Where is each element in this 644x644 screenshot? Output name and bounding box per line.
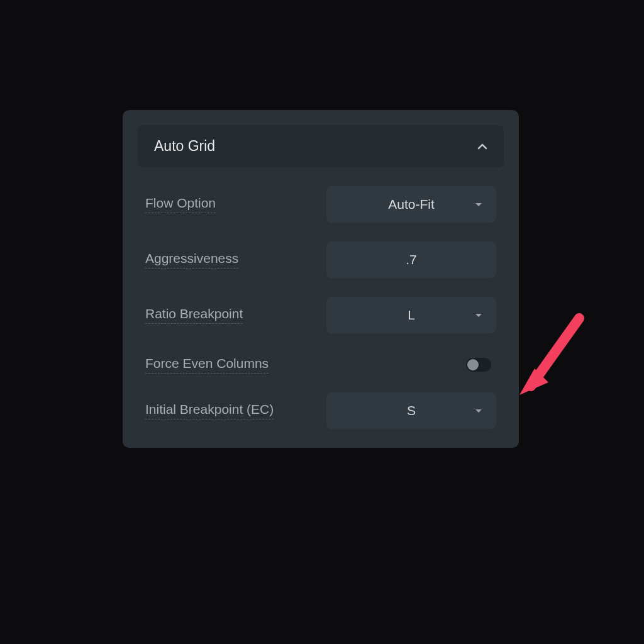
- caret-down-icon: [475, 309, 482, 321]
- row-flow-option: Flow Option Auto-Fit: [138, 186, 504, 223]
- label-aggressiveness: Aggressiveness: [145, 251, 238, 269]
- select-value: Auto-Fit: [388, 197, 435, 212]
- select-flow-option[interactable]: Auto-Fit: [326, 186, 496, 223]
- row-force-even-columns: Force Even Columns: [138, 356, 504, 374]
- label-force-even-columns: Force Even Columns: [145, 356, 269, 374]
- row-aggressiveness: Aggressiveness .7: [138, 242, 504, 278]
- annotation-arrow-icon: [519, 306, 595, 406]
- caret-down-icon: [475, 199, 482, 210]
- section-header-auto-grid[interactable]: Auto Grid: [138, 125, 504, 167]
- select-value: L: [408, 308, 415, 323]
- chevron-up-icon: [477, 143, 487, 150]
- input-value: .7: [406, 252, 417, 267]
- label-ratio-breakpoint: Ratio Breakpoint: [145, 306, 243, 324]
- toggle-knob: [467, 359, 479, 370]
- svg-line-1: [531, 318, 579, 386]
- input-aggressiveness[interactable]: .7: [326, 242, 496, 278]
- caret-down-icon: [475, 405, 482, 416]
- label-flow-option: Flow Option: [145, 196, 216, 213]
- svg-marker-2: [519, 369, 548, 395]
- select-value: S: [407, 403, 416, 418]
- section-title: Auto Grid: [154, 138, 215, 155]
- select-ratio-breakpoint[interactable]: L: [326, 297, 496, 333]
- label-initial-breakpoint-ec: Initial Breakpoint (EC): [145, 402, 274, 419]
- toggle-force-even-columns[interactable]: [466, 358, 491, 372]
- row-ratio-breakpoint: Ratio Breakpoint L: [138, 297, 504, 333]
- select-initial-breakpoint-ec[interactable]: S: [326, 392, 496, 429]
- row-initial-breakpoint-ec: Initial Breakpoint (EC) S: [138, 392, 504, 429]
- auto-grid-panel: Auto Grid Flow Option Auto-Fit Aggressiv…: [123, 110, 519, 448]
